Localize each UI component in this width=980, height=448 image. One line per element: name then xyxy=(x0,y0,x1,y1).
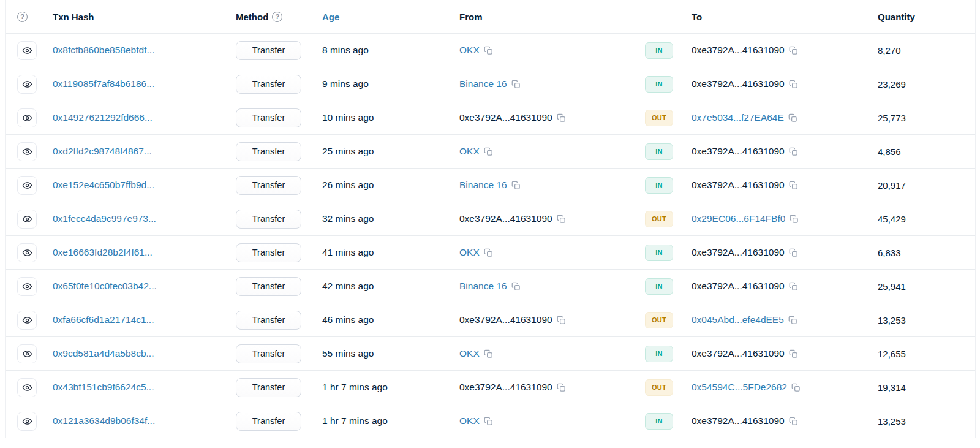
eye-button[interactable] xyxy=(17,108,37,127)
copy-to-button[interactable] xyxy=(789,147,798,156)
to-address: 0xe3792A...41631090 xyxy=(692,281,785,292)
from-address[interactable]: OKX xyxy=(459,416,480,427)
eye-button[interactable] xyxy=(17,176,37,195)
txn-hash-link[interactable]: 0x9cd581a4d4a5b8cb... xyxy=(53,348,154,359)
from-address[interactable]: OKX xyxy=(459,146,480,157)
copy-from-button[interactable] xyxy=(511,282,521,291)
direction-badge: OUT xyxy=(645,211,673,227)
copy-from-button[interactable] xyxy=(557,316,566,325)
txn-hash-link[interactable]: 0x14927621292fd666... xyxy=(53,112,153,123)
copy-to-button[interactable] xyxy=(789,282,798,291)
table-body: 0x8fcfb860be858ebfdf... Transfer 8 mins … xyxy=(6,34,975,438)
copy-to-button[interactable] xyxy=(789,349,798,359)
txn-hash-link[interactable]: 0xe152e4c650b7ffb9d... xyxy=(53,180,154,191)
eye-button[interactable] xyxy=(17,75,37,94)
copy-from-button[interactable] xyxy=(557,215,566,224)
quantity-value: 13,253 xyxy=(878,315,906,325)
eye-button[interactable] xyxy=(17,243,37,262)
to-address: 0xe3792A...41631090 xyxy=(692,146,785,157)
to-address[interactable]: 0x29EC06...6F14FBf0 xyxy=(692,213,785,224)
table-row: 0x9cd581a4d4a5b8cb... Transfer 55 mins a… xyxy=(6,337,975,371)
from-address[interactable]: Binance 16 xyxy=(459,78,507,89)
table-row: 0x121a3634d9b06f34f... Transfer 1 hr 7 m… xyxy=(6,404,975,438)
copy-to-button[interactable] xyxy=(789,46,798,55)
copy-to-button[interactable] xyxy=(789,181,798,190)
to-address[interactable]: 0x54594C...5FDe2682 xyxy=(692,382,787,393)
copy-icon xyxy=(557,215,566,224)
age-value: 1 hr 7 mins ago xyxy=(322,382,388,393)
copy-to-button[interactable] xyxy=(789,80,798,89)
to-address[interactable]: 0x7e5034...f27EA64E xyxy=(692,112,784,123)
age-value: 42 mins ago xyxy=(322,281,374,292)
copy-from-button[interactable] xyxy=(484,147,493,156)
copy-icon xyxy=(511,282,521,291)
direction-badge: IN xyxy=(645,278,673,295)
copy-from-button[interactable] xyxy=(484,349,493,359)
eye-icon xyxy=(22,281,32,292)
table-row: 0x14927621292fd666... Transfer 10 mins a… xyxy=(6,101,975,135)
copy-icon xyxy=(511,80,521,89)
txn-hash-link[interactable]: 0x121a3634d9b06f34f... xyxy=(53,416,155,427)
eye-button[interactable] xyxy=(17,378,37,397)
quantity-value: 23,269 xyxy=(878,79,906,89)
eye-icon xyxy=(22,416,32,427)
copy-from-button[interactable] xyxy=(511,80,521,89)
help-icon[interactable]: ? xyxy=(17,12,28,22)
to-address: 0xe3792A...41631090 xyxy=(692,416,785,427)
copy-from-button[interactable] xyxy=(511,181,521,190)
direction-badge: IN xyxy=(645,143,673,160)
table-row: 0x65f0fe10c0fec03b42... Transfer 42 mins… xyxy=(6,270,975,303)
copy-from-button[interactable] xyxy=(557,113,566,123)
copy-to-button[interactable] xyxy=(791,383,801,392)
eye-icon xyxy=(22,180,32,191)
from-address[interactable]: Binance 16 xyxy=(459,180,507,191)
eye-button[interactable] xyxy=(17,412,37,431)
txn-hash-link[interactable]: 0x43bf151cb9f6624c5... xyxy=(53,382,154,393)
eye-button[interactable] xyxy=(17,41,37,60)
from-address[interactable]: Binance 16 xyxy=(459,281,507,292)
txn-hash-link[interactable]: 0xfa66cf6d1a21714c1... xyxy=(53,314,154,325)
to-address[interactable]: 0x045Abd...efe4dEE5 xyxy=(692,314,784,325)
from-address[interactable]: OKX xyxy=(459,247,480,258)
txn-hash-link[interactable]: 0xe16663fd28b2f4f61... xyxy=(53,247,153,258)
from-address: 0xe3792A...41631090 xyxy=(459,382,552,393)
age-sort-link[interactable]: Age xyxy=(322,12,339,22)
copy-icon xyxy=(484,349,493,359)
copy-to-button[interactable] xyxy=(788,316,797,325)
eye-button[interactable] xyxy=(17,344,37,363)
txn-hash-link[interactable]: 0xd2ffd2c98748f4867... xyxy=(53,146,152,157)
from-address[interactable]: OKX xyxy=(459,45,480,56)
col-header-to: To xyxy=(692,12,878,22)
eye-icon xyxy=(22,315,32,325)
txn-hash-link[interactable]: 0x8fcfb860be858ebfdf... xyxy=(53,45,154,56)
col-header-quantity: Quantity xyxy=(878,12,975,22)
method-help-icon[interactable]: ? xyxy=(272,12,282,22)
table-header: ? Txn Hash Method ? Age From To Quantity xyxy=(6,0,975,34)
copy-icon xyxy=(511,181,521,190)
copy-from-button[interactable] xyxy=(484,248,493,257)
copy-to-button[interactable] xyxy=(788,113,797,123)
copy-icon xyxy=(789,80,798,89)
method-badge: Transfer xyxy=(236,378,301,397)
copy-to-button[interactable] xyxy=(790,215,799,224)
from-address[interactable]: OKX xyxy=(459,348,480,359)
txn-hash-link[interactable]: 0x65f0fe10c0fec03b42... xyxy=(53,281,157,292)
eye-button[interactable] xyxy=(17,277,37,296)
from-address: 0xe3792A...41631090 xyxy=(459,314,552,325)
eye-button[interactable] xyxy=(17,311,37,330)
direction-badge: IN xyxy=(645,413,673,430)
copy-icon xyxy=(484,248,493,257)
copy-from-button[interactable] xyxy=(484,417,493,426)
copy-to-button[interactable] xyxy=(789,417,798,426)
direction-badge: OUT xyxy=(645,379,673,396)
age-value: 32 mins ago xyxy=(322,213,374,224)
copy-to-button[interactable] xyxy=(789,248,798,257)
eye-button[interactable] xyxy=(17,210,37,229)
copy-icon xyxy=(789,282,798,291)
txn-hash-link[interactable]: 0x119085f7af84b6186... xyxy=(53,78,154,89)
direction-badge: IN xyxy=(645,245,673,261)
txn-hash-link[interactable]: 0x1fecc4da9c997e973... xyxy=(53,213,156,224)
eye-button[interactable] xyxy=(17,142,37,161)
copy-from-button[interactable] xyxy=(484,46,493,55)
copy-from-button[interactable] xyxy=(557,383,566,392)
